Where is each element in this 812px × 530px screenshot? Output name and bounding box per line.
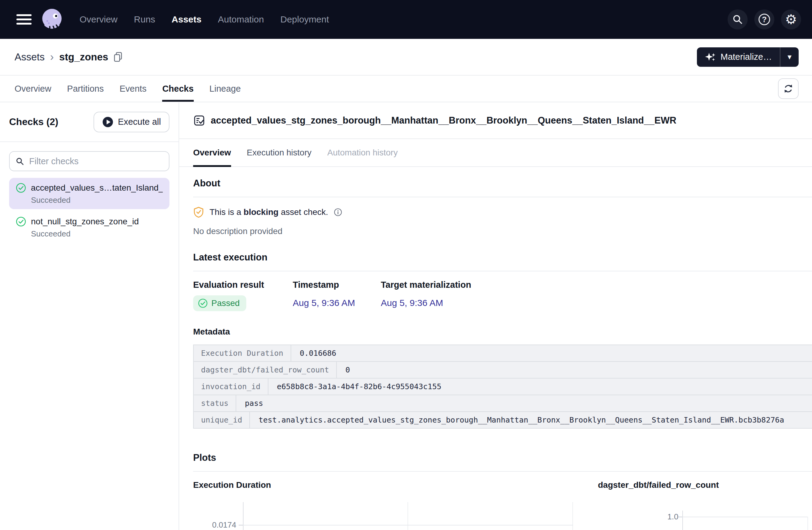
y-axis-tick-label: 0.0174 (193, 520, 236, 530)
latest-execution-heading: Latest execution (193, 252, 812, 263)
nav-deployment[interactable]: Deployment (280, 14, 329, 25)
column-header-timestamp: Timestamp (293, 280, 381, 290)
check-name: accepted_values_s…taten_Island_ (31, 183, 163, 193)
passed-status-badge: Passed (193, 295, 246, 311)
execute-all-label: Execute all (118, 117, 161, 127)
chart-title: dagster_dbt/failed_row_count (598, 480, 812, 491)
play-circle-icon (102, 116, 114, 128)
refresh-button[interactable] (778, 78, 799, 99)
gridline (808, 517, 808, 530)
gridline (243, 525, 573, 526)
table-row: dagster_dbt/failed_row_count 0 (194, 362, 812, 379)
tab-overview[interactable]: Overview (15, 76, 51, 102)
chart-plot-area: 0.0174 (193, 491, 577, 530)
metadata-key: status (194, 395, 236, 411)
checks-list: accepted_values_s…taten_Island_ Succeede… (9, 178, 170, 243)
about-heading: About (193, 178, 812, 189)
hamburger-menu-icon[interactable] (16, 14, 32, 25)
table-row: unique_id test.analytics.accepted_values… (194, 412, 812, 429)
divider (193, 197, 812, 197)
tab-automation-history[interactable]: Automation history (327, 139, 398, 166)
table-row: status pass (194, 395, 812, 412)
breadcrumb-row: Assets › stg_zones Materialize… ▾ (0, 39, 812, 75)
tab-check-overview[interactable]: Overview (193, 139, 231, 166)
asset-check-icon (193, 115, 205, 127)
timestamp-link[interactable]: Aug 5, 9:36 AM (293, 298, 355, 308)
check-name: not_null_stg_zones_zone_id (31, 217, 139, 226)
checks-sidebar: Checks (2) Execute all (0, 102, 179, 530)
target-materialization-link[interactable]: Aug 5, 9:36 AM (381, 298, 443, 308)
metadata-key: dagster_dbt/failed_row_count (194, 362, 337, 378)
blocking-note: This is a blocking asset check. (193, 206, 812, 218)
tab-execution-history[interactable]: Execution history (247, 139, 311, 166)
metadata-heading: Metadata (193, 327, 812, 337)
search-icon (732, 14, 743, 25)
y-axis-line (682, 511, 683, 530)
check-list-item-accepted-values[interactable]: accepted_values_s…taten_Island_ Succeede… (9, 178, 170, 209)
plots-heading: Plots (193, 452, 812, 463)
blocking-text: This is a blocking asset check. (209, 207, 328, 217)
check-title: accepted_values_stg_zones_borough__Manha… (211, 115, 676, 126)
tab-checks[interactable]: Checks (162, 76, 193, 102)
shield-check-icon (193, 206, 204, 218)
checks-count-heading: Checks (2) (9, 116, 58, 128)
nav-automation[interactable]: Automation (218, 14, 264, 25)
table-row: Execution Duration 0.016686 (194, 345, 812, 362)
gear-icon: ⚙ (785, 13, 797, 26)
nav-runs[interactable]: Runs (134, 14, 155, 25)
y-axis-line (243, 502, 244, 530)
dagster-logo-icon[interactable] (40, 8, 64, 31)
tab-partitions[interactable]: Partitions (67, 76, 104, 102)
page-title: stg_zones (59, 51, 108, 63)
column-header-target-materialization: Target materialization (381, 280, 471, 290)
materialize-label: Materialize… (721, 52, 772, 62)
filter-checks-input[interactable] (9, 151, 170, 171)
column-header-evaluation-result: Evaluation result (193, 280, 293, 290)
metadata-value: test.analytics.accepted_values_stg_zones… (250, 412, 812, 428)
search-button[interactable] (728, 10, 748, 29)
metadata-value: e658b8c8-3a1a-4b4f-82b6-4c955043c155 (269, 379, 812, 395)
asset-tabs: Overview Partitions Events Checks Lineag… (0, 76, 812, 102)
dagster-asset-check-page: Overview Runs Assets Automation Deployme… (0, 0, 812, 530)
materialize-split-button: Materialize… ▾ (697, 47, 799, 67)
metadata-value: 0 (337, 362, 812, 378)
caret-down-icon: ▾ (787, 52, 791, 62)
breadcrumb-assets-link[interactable]: Assets (15, 51, 45, 63)
description-placeholder: No description provided (193, 226, 812, 236)
execution-duration-chart: Execution Duration 0.0174 (193, 480, 577, 530)
nav-overview[interactable]: Overview (79, 14, 117, 25)
settings-button[interactable]: ⚙ (781, 10, 801, 29)
refresh-icon (783, 83, 794, 94)
metadata-value: pass (236, 395, 812, 411)
y-axis-tick-label: 1.0 (601, 512, 678, 521)
check-status: Succeeded (31, 229, 163, 239)
top-nav: Overview Runs Assets Automation Deployme… (0, 0, 812, 39)
tab-events[interactable]: Events (120, 76, 147, 102)
tick-mark (239, 525, 243, 526)
check-status: Succeeded (31, 195, 163, 205)
help-button[interactable]: ? (754, 10, 774, 29)
check-list-item-not-null[interactable]: not_null_stg_zones_zone_id Succeeded (9, 211, 170, 243)
gridline (407, 502, 408, 530)
metadata-value: 0.016686 (291, 345, 812, 361)
copy-asset-name-button[interactable] (113, 51, 123, 63)
help-icon: ? (758, 14, 770, 25)
copy-icon (113, 51, 123, 63)
divider (193, 471, 812, 472)
info-icon[interactable] (334, 208, 342, 217)
chart-plot-area: 1.0 0.6 (598, 491, 812, 530)
materialize-button[interactable]: Materialize… (697, 47, 780, 67)
tick-mark (678, 517, 682, 517)
metadata-key: invocation_id (194, 379, 269, 395)
check-detail-panel: accepted_values_stg_zones_borough__Manha… (179, 102, 812, 530)
filter-search-icon (15, 157, 24, 166)
materialize-dropdown-button[interactable]: ▾ (780, 47, 799, 67)
divider (0, 142, 178, 142)
execute-all-button[interactable]: Execute all (93, 112, 170, 132)
check-success-icon (16, 183, 26, 193)
tab-lineage[interactable]: Lineage (209, 76, 241, 102)
primary-nav: Overview Runs Assets Automation Deployme… (79, 14, 329, 25)
nav-utilities: ? ⚙ (728, 10, 801, 29)
check-detail-tabs: Overview Execution history Automation hi… (179, 139, 812, 167)
nav-assets[interactable]: Assets (172, 14, 201, 25)
